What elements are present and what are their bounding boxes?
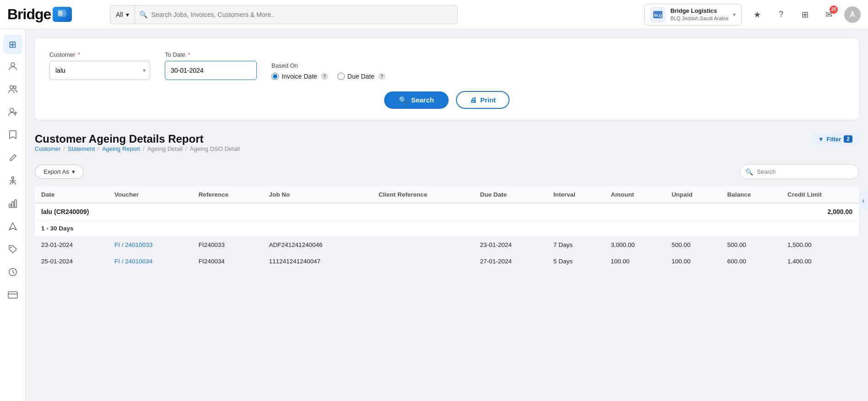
sidebar-item-add-user[interactable] bbox=[3, 103, 22, 123]
notification-count: 20 bbox=[830, 5, 838, 14]
svg-rect-12 bbox=[12, 202, 14, 208]
cell-jobno: ADF241241240046 bbox=[262, 237, 372, 253]
search-button[interactable]: 🔍 Search bbox=[384, 91, 449, 109]
sidebar-item-bookmark[interactable] bbox=[3, 126, 22, 145]
svg-text:BLQ: BLQ bbox=[654, 13, 662, 17]
company-logo: BLQ bbox=[650, 7, 666, 22]
cell-due-date: 27-01-2024 bbox=[474, 253, 547, 270]
breadcrumb-sep: / bbox=[63, 145, 65, 152]
customer-group-name: lalu (CR240009) bbox=[35, 203, 781, 220]
invoice-date-radio[interactable]: Invoice Date ? bbox=[271, 73, 328, 80]
sidebar-item-dashboard[interactable]: ⊞ bbox=[3, 35, 22, 54]
table-search-input[interactable] bbox=[740, 164, 859, 179]
report-title-area: Customer Ageing Details Report Customer … bbox=[35, 133, 240, 160]
chevron-down-icon: ▾ bbox=[72, 168, 75, 175]
pencil-icon bbox=[8, 153, 17, 165]
dashboard-icon: ⊞ bbox=[9, 39, 16, 50]
col-balance: Balance bbox=[721, 187, 781, 203]
filter-count: 2 bbox=[844, 135, 852, 143]
chart-icon bbox=[8, 198, 18, 211]
breadcrumb-sep: / bbox=[98, 145, 99, 152]
report-title: Customer Ageing Details Report bbox=[35, 133, 240, 145]
sidebar-item-nav[interactable] bbox=[3, 218, 22, 237]
sidebar-item-group[interactable] bbox=[3, 80, 22, 100]
customer-select[interactable]: lalu bbox=[49, 61, 150, 80]
sidebar-item-card[interactable] bbox=[3, 286, 22, 305]
search-type-select[interactable]: All ▾ bbox=[110, 5, 135, 24]
section-label: 1 - 30 Days bbox=[35, 220, 859, 237]
cell-client-reference bbox=[372, 253, 474, 270]
navbar-right: BLQ Bridge Logistics BLQ Jeddah,Saudi Ar… bbox=[644, 4, 861, 26]
voucher-link[interactable]: FI / 24010034 bbox=[114, 258, 152, 265]
breadcrumb-statement[interactable]: Statement bbox=[68, 145, 95, 152]
breadcrumb-dso-detail: Ageing DSO Detail bbox=[190, 145, 240, 152]
due-date-radio[interactable]: Due Date ? bbox=[337, 73, 385, 80]
scroll-right-button[interactable]: ‹ bbox=[859, 192, 868, 210]
filter-row: Customer * lalu ▾ To Date * bbox=[49, 51, 844, 80]
col-reference: Reference bbox=[192, 187, 263, 203]
company-selector[interactable]: BLQ Bridge Logistics BLQ Jeddah,Saudi Ar… bbox=[644, 4, 742, 26]
due-date-help-icon[interactable]: ? bbox=[378, 73, 385, 80]
based-on-filter-group: Based On Invoice Date ? Due Date ? bbox=[271, 62, 385, 80]
required-star: * bbox=[188, 51, 190, 58]
notifications-button[interactable]: ✉ 20 bbox=[820, 6, 837, 23]
cell-client-reference bbox=[372, 237, 474, 253]
cell-jobno: 111241241240047 bbox=[262, 253, 372, 270]
toolbar-row: Export As ▾ 🔍 bbox=[35, 164, 859, 179]
svg-point-3 bbox=[11, 63, 15, 66]
sidebar-item-tag[interactable] bbox=[3, 241, 22, 260]
filter-badge-button[interactable]: ▼ Filter 2 bbox=[812, 133, 859, 145]
sidebar-item-customers[interactable] bbox=[3, 58, 22, 77]
cell-reference: FI240034 bbox=[192, 253, 263, 270]
chevron-down-icon: ▾ bbox=[126, 11, 129, 18]
logo: Bridge B bbox=[7, 6, 99, 23]
to-date-filter-group: To Date * bbox=[165, 51, 257, 80]
required-star: * bbox=[78, 51, 80, 58]
col-date: Date bbox=[35, 187, 108, 203]
to-date-input[interactable] bbox=[165, 61, 257, 80]
section-label-row: 1 - 30 Days bbox=[35, 220, 859, 237]
col-jobno: Job No bbox=[262, 187, 372, 203]
col-client-reference: Client Reference bbox=[372, 187, 474, 203]
customer-label: Customer * bbox=[49, 51, 150, 58]
global-search-area: All ▾ 🔍 bbox=[110, 5, 458, 24]
cell-balance: 600.00 bbox=[721, 253, 781, 270]
breadcrumb-ageing-detail: Ageing Detail bbox=[147, 145, 183, 152]
sidebar-item-chart[interactable] bbox=[3, 195, 22, 214]
bookmark-icon bbox=[9, 130, 17, 142]
cell-voucher: FI / 24010034 bbox=[108, 253, 192, 270]
sidebar-item-edit[interactable] bbox=[3, 149, 22, 168]
breadcrumb-customer[interactable]: Customer bbox=[35, 145, 60, 152]
avatar[interactable]: A bbox=[844, 6, 861, 23]
filter-actions: 🔍 Search 🖨 Print bbox=[49, 91, 844, 109]
col-unpaid: Unpaid bbox=[665, 187, 721, 203]
navbar: Bridge B All ▾ 🔍 BLQ Bridg bbox=[0, 0, 868, 29]
col-interval: Interval bbox=[547, 187, 604, 203]
svg-rect-13 bbox=[15, 200, 16, 208]
logo-text: Bridge bbox=[7, 6, 51, 23]
cell-credit-limit: 1,400.00 bbox=[781, 253, 859, 270]
group-icon bbox=[8, 84, 18, 96]
table-search-wrap: 🔍 bbox=[740, 164, 859, 179]
print-button[interactable]: 🖨 Print bbox=[456, 91, 510, 109]
cell-balance: 500.00 bbox=[721, 237, 781, 253]
help-button[interactable]: ? bbox=[773, 6, 789, 23]
voucher-link[interactable]: FI / 24010033 bbox=[114, 241, 152, 248]
breadcrumb-ageing-report[interactable]: Ageing Report bbox=[102, 145, 140, 152]
svg-rect-17 bbox=[8, 292, 17, 298]
logo-badge: B bbox=[53, 7, 72, 22]
cell-voucher: FI / 24010033 bbox=[108, 237, 192, 253]
sidebar-item-clock[interactable] bbox=[3, 263, 22, 283]
apps-button[interactable]: ⊞ bbox=[797, 6, 813, 23]
cell-due-date: 23-01-2024 bbox=[474, 237, 547, 253]
invoice-date-help-icon[interactable]: ? bbox=[321, 73, 328, 80]
cell-reference: FI240033 bbox=[192, 237, 263, 253]
navigate-icon bbox=[8, 221, 18, 234]
sidebar-item-anchor[interactable] bbox=[3, 172, 22, 191]
export-button[interactable]: Export As ▾ bbox=[35, 165, 84, 179]
col-credit-limit: Credit Limit bbox=[781, 187, 859, 203]
global-search-input[interactable] bbox=[135, 5, 458, 24]
star-button[interactable]: ★ bbox=[749, 6, 765, 23]
customer-group-row: lalu (CR240009) 2,000.00 bbox=[35, 203, 859, 220]
customer-credit-limit: 2,000.00 bbox=[781, 203, 859, 220]
